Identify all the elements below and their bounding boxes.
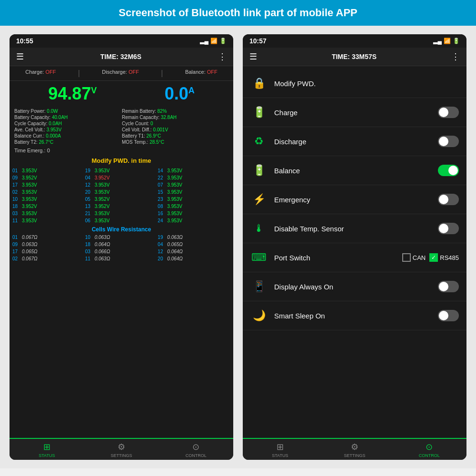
- cell-item: 163.953V: [158, 210, 230, 217]
- phone-screen-1: 10:55 ▂▄ 📶 🔋 ☰ TIME: 32M6S ⋮ Charge: OFF…: [10, 34, 233, 460]
- rs485-label: RS485: [440, 254, 459, 261]
- resistance-item: 110.063Ω: [85, 255, 158, 262]
- battery-t1: Battery T1: 26.9°C: [122, 133, 228, 139]
- nav-settings-1[interactable]: ⚙ SETTINGS: [84, 442, 159, 458]
- charge-toggle[interactable]: [438, 107, 459, 118]
- cells-wire-title: Cells Wire Resistance: [10, 224, 233, 234]
- resistance-item: 190.063Ω: [158, 234, 230, 241]
- cycle-capacity: Cycle Capacity: 0.0AH: [14, 121, 121, 126]
- header-banner: Screenshot of Bluetooth link part of mob…: [0, 0, 476, 26]
- menu-icon-2[interactable]: ☰: [249, 51, 257, 62]
- resistance-item: 030.066Ω: [85, 248, 158, 255]
- cell-item: 243.953V: [158, 217, 230, 224]
- control-item-disable-temp: 🌡Disable Temp. Sensor: [243, 214, 466, 243]
- data-grid: Battery Power: 0.0W Remain Battery: 82% …: [10, 107, 233, 147]
- settings-nav-label-2: SETTINGS: [344, 453, 366, 458]
- resistance-item: 100.063Ω: [85, 234, 158, 241]
- control-item-emergency: ⚡Emergency: [243, 185, 466, 214]
- display-always-on-toggle[interactable]: [438, 281, 459, 292]
- port-switch-icon: ⌨: [250, 249, 268, 266]
- control-item-port-switch: ⌨Port SwitchCAN✓RS485: [243, 243, 466, 272]
- disable-temp-label: Disable Temp. Sensor: [274, 225, 431, 233]
- ave-cell-volt: Ave. Cell Volt.: 3.953V: [14, 127, 121, 132]
- menu-icon-1[interactable]: ☰: [16, 51, 24, 62]
- battery-t2: Battery T2: 26.7°C: [14, 139, 121, 145]
- screen-content-1: Charge: OFF | Discharge: OFF | Balance: …: [10, 66, 233, 438]
- voltage-display: 94.87V: [48, 84, 97, 104]
- charge-label: Charge: [274, 109, 431, 117]
- nav-control-1[interactable]: ⊙ CONTROL: [159, 442, 233, 458]
- cell-item: 133.952V: [85, 203, 158, 210]
- nav-control-2[interactable]: ⊙ CONTROL: [392, 442, 466, 458]
- cell-item: 153.953V: [158, 188, 230, 196]
- emergency-label: Emergency: [274, 196, 431, 204]
- resistance-item: 120.064Ω: [158, 248, 230, 255]
- header-title: Screenshot of Bluetooth link part of mob…: [10, 7, 466, 19]
- settings-nav-icon-2: ⚙: [351, 442, 358, 452]
- wifi-icon-2: 📶: [444, 38, 451, 44]
- cell-item: 213.953V: [85, 210, 158, 217]
- voltage-value: 94.87V: [48, 84, 97, 103]
- more-icon-2[interactable]: ⋮: [451, 51, 460, 62]
- settings-nav-label-1: SETTINGS: [111, 453, 132, 458]
- remain-battery: Remain Battery: 82%: [122, 109, 228, 114]
- disable-temp-icon: 🌡: [250, 220, 268, 237]
- can-checkbox[interactable]: [402, 253, 411, 262]
- cell-item: 173.953V: [12, 181, 85, 188]
- display-always-on-icon: 📱: [250, 278, 268, 295]
- app-header-1: ☰ TIME: 32M6S ⋮: [10, 48, 233, 66]
- cell-item: 193.953V: [85, 167, 158, 174]
- resistance-item: 180.064Ω: [85, 241, 158, 248]
- nav-settings-2[interactable]: ⚙ SETTINGS: [317, 442, 392, 458]
- wifi-icon-1: 📶: [210, 38, 218, 44]
- status-row: Charge: OFF | Discharge: OFF | Balance: …: [10, 66, 233, 81]
- control-item-smart-sleep: 🌙Smart Sleep On: [243, 301, 466, 330]
- disable-temp-toggle[interactable]: [438, 223, 459, 234]
- resistance-item: 040.065Ω: [158, 241, 230, 248]
- battery-icon-2: 🔋: [453, 38, 460, 44]
- ampere-display: 0.0A: [165, 84, 195, 104]
- time-1: 10:55: [16, 37, 33, 45]
- status-nav-label-2: STATUS: [272, 453, 288, 458]
- cell-item: 043.952V: [85, 174, 158, 181]
- cell-item: 143.953V: [158, 167, 230, 174]
- resistances: 010.067Ω100.063Ω190.063Ω090.063Ω180.064Ω…: [10, 234, 233, 262]
- control-nav-label-1: CONTROL: [186, 453, 207, 458]
- port-switch-label: Port Switch: [274, 254, 396, 262]
- status-icons-1: ▂▄ 📶 🔋: [200, 38, 227, 44]
- emergency-toggle[interactable]: [438, 194, 459, 205]
- nav-status-2[interactable]: ⊞ STATUS: [243, 442, 317, 458]
- smart-sleep-toggle[interactable]: [438, 310, 459, 321]
- charge-status: Charge: OFF: [25, 69, 56, 78]
- battery-capacity: Battery Capacity: 40.0AH: [14, 115, 121, 120]
- cell-item: 183.952V: [12, 203, 85, 210]
- rs485-checkbox[interactable]: ✓: [429, 253, 438, 262]
- balance-toggle[interactable]: [438, 165, 459, 176]
- display-always-on-label: Display Always On: [274, 283, 431, 291]
- modify-pwd-icon: 🔒: [250, 75, 268, 92]
- discharge-toggle[interactable]: [438, 136, 459, 147]
- control-nav-icon-2: ⊙: [426, 442, 433, 452]
- smart-sleep-icon: 🌙: [250, 307, 268, 324]
- resistance-item: 090.063Ω: [12, 241, 85, 248]
- cell-item: 013.953V: [12, 167, 85, 174]
- cell-item: 073.953V: [158, 181, 230, 188]
- more-icon-1[interactable]: ⋮: [218, 51, 227, 62]
- main-content: 10:55 ▂▄ 📶 🔋 ☰ TIME: 32M6S ⋮ Charge: OFF…: [0, 26, 476, 468]
- status-nav-icon-2: ⊞: [277, 442, 284, 452]
- cell-item: 103.953V: [12, 196, 85, 203]
- cell-item: 083.953V: [158, 203, 230, 210]
- time-emerg: Time Emerg.: 0: [10, 147, 233, 154]
- nav-status-1[interactable]: ⊞ STATUS: [10, 442, 84, 458]
- bottom-nav-2: ⊞ STATUS ⚙ SETTINGS ⊙ CONTROL: [243, 438, 466, 460]
- control-item-charge: 🔋Charge: [243, 98, 466, 127]
- control-nav-icon-1: ⊙: [192, 442, 199, 452]
- rs485-option[interactable]: ✓RS485: [429, 253, 459, 262]
- cell-item: 093.952V: [12, 174, 85, 181]
- resistance-item: 020.067Ω: [12, 255, 85, 262]
- status-bar-1: 10:55 ▂▄ 📶 🔋: [10, 34, 233, 48]
- can-option[interactable]: CAN: [402, 253, 426, 262]
- remain-capacity: Remain Capacity: 32.8AH: [122, 115, 228, 120]
- app-title-1: TIME: 32M6S: [100, 53, 141, 60]
- control-item-modify-pwd: 🔒Modify PWD.: [243, 69, 466, 98]
